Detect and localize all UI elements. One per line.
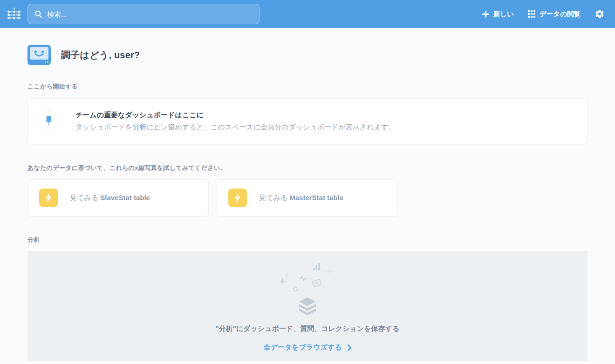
bar-chart-icon [313, 263, 320, 272]
pin-card-title: チームの重要なダッシュボードはここに [75, 111, 395, 120]
greeting-section: 調子はどう, user? [27, 45, 588, 65]
metabase-logo-icon[interactable] [6, 6, 22, 22]
search-bar[interactable] [27, 4, 260, 24]
layer-stack-icon [297, 297, 318, 318]
xray-action-text: 見てみる [70, 194, 98, 202]
pin-desc-pre: ダッシュボードを [75, 123, 132, 131]
xray-card-slavestat[interactable]: 見てみる SlaveStat table [27, 179, 209, 216]
browse-all-data-link[interactable]: 全データをブラウズする [263, 343, 351, 352]
analytics-empty-panel: "分析"にダッシュボード、質問、コレクションを保存する 全データをブラウズする [27, 251, 588, 361]
search-input[interactable] [47, 10, 253, 18]
settings-button[interactable] [594, 9, 605, 19]
bolt-badge [39, 189, 58, 207]
xray-card-masterstat[interactable]: 見てみる MasterStat table [217, 179, 398, 216]
browse-all-data-label: 全データをブラウズする [263, 343, 342, 352]
greeting-title: 調子はどう, user? [61, 49, 140, 61]
metabot-icon [27, 45, 51, 65]
bolt-badge [228, 189, 247, 207]
search-icon [34, 10, 42, 18]
xray-cards-row: 見てみる SlaveStat table 見てみる MasterStat tab… [27, 179, 588, 216]
analytics-section-label: 分析 [27, 236, 588, 244]
empty-state-title: "分析"にダッシュボード、質問、コレクションを保存する [216, 324, 400, 333]
start-section-label: ここから開始する [27, 82, 588, 91]
pin-circle [38, 111, 59, 132]
new-button[interactable]: 新しい [482, 10, 514, 19]
chevron-right-icon [348, 344, 352, 351]
sparkle-icon [324, 265, 336, 279]
calculator-icon [312, 278, 322, 290]
browse-data-label: データの閲覧 [540, 10, 581, 19]
gear-icon [594, 9, 605, 19]
donut-ring-icon [293, 285, 298, 294]
xray-table-name: SlaveStat table [100, 194, 150, 202]
browse-data-button[interactable]: データの閲覧 [528, 10, 581, 19]
pin-card-description: ダッシュボードを分析にピン留めすると、このスペースに全員分のダッシュボードが表示… [75, 123, 395, 132]
pin-icon [45, 116, 52, 127]
empty-state-icon-cloud [273, 259, 342, 295]
top-nav: 新しい データの閲覧 [0, 0, 615, 28]
grid-icon [528, 10, 535, 18]
xray-table-name: MasterStat table [289, 194, 343, 202]
lightning-icon [45, 193, 52, 202]
pinned-dashboards-card: チームの重要なダッシュボードはここに ダッシュボードを分析にピン留めすると、この… [27, 98, 588, 144]
pin-desc-post: にピン留めすると、このスペースに全員分のダッシュボードが表示されます。 [146, 123, 395, 131]
pulse-icon [299, 275, 307, 283]
xray-section-label: あなたのデータに基づいて、これらのx線写真を試してみてください。 [27, 164, 588, 172]
lightning-icon [234, 193, 241, 202]
analytics-inline-link[interactable]: 分析 [132, 123, 146, 131]
home-page: 調子はどう, user? ここから開始する チームの重要なダッシュボードはここに… [0, 45, 615, 361]
plus-icon [482, 11, 489, 18]
xray-action-text: 見てみる [259, 194, 287, 202]
xray-card-label: 見てみる MasterStat table [259, 194, 343, 202]
lightning-small-icon [280, 277, 285, 288]
new-button-label: 新しい [493, 10, 514, 19]
xray-card-label: 見てみる SlaveStat table [70, 194, 150, 202]
